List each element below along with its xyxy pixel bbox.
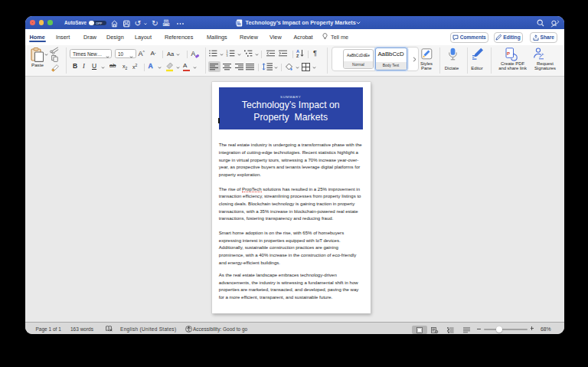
svg-text:P: P [507, 51, 510, 56]
svg-text:Z: Z [296, 54, 299, 58]
svg-text:3: 3 [227, 54, 228, 57]
